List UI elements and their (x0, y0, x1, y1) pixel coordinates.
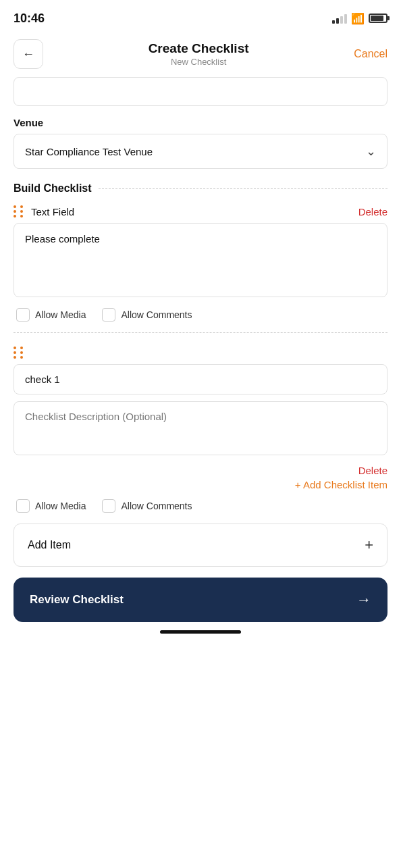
status-time: 10:46 (14, 11, 45, 26)
drag-handle-icon[interactable] (14, 205, 24, 218)
item1-left: Text Field (14, 205, 74, 218)
section-divider (99, 188, 387, 189)
item2-allow-media-checkbox: Allow Media (16, 499, 86, 513)
item1-allow-comments-checkbox: Allow Comments (102, 308, 192, 322)
back-arrow-icon: ← (22, 47, 34, 61)
item1-allow-comments-label: Allow Comments (121, 309, 192, 320)
review-checklist-button[interactable]: Review Checklist → (14, 578, 387, 622)
item2-allow-comments-checkbox: Allow Comments (102, 499, 192, 513)
battery-icon (369, 14, 387, 23)
item2-delete-button[interactable]: Delete (358, 465, 387, 476)
item1-allow-comments-box[interactable] (102, 308, 115, 322)
item1-checkboxes-row: Allow Media Allow Comments (14, 308, 387, 322)
item2-allow-comments-label: Allow Comments (121, 501, 192, 511)
add-item-bar[interactable]: Add Item + (14, 524, 387, 567)
build-checklist-section-header: Build Checklist (14, 182, 387, 195)
signal-icon (332, 13, 347, 24)
bottom-bar (0, 622, 401, 639)
venue-dropdown[interactable]: Star Compliance Test Venue ⌄ (14, 134, 387, 169)
item1-allow-media-checkbox: Allow Media (16, 308, 86, 322)
item2-actions-row: Delete (14, 465, 387, 476)
checklist-item-2: Delete + Add Checklist Item Allow Media … (14, 347, 387, 513)
checklist-name-input[interactable] (14, 77, 387, 106)
review-checklist-label: Review Checklist (30, 593, 124, 607)
checklist-name-field-wrap (14, 77, 387, 106)
arrow-right-icon: → (356, 591, 371, 609)
item2-allow-comments-box[interactable] (102, 499, 115, 513)
page-title: Create Checklist (43, 41, 354, 56)
home-indicator (160, 630, 241, 634)
venue-selected-value: Star Compliance Test Venue (25, 146, 153, 157)
checklist-item-1: Text Field Delete Allow Media Allow Comm… (14, 205, 387, 322)
header-center: Create Checklist New Checklist (43, 41, 354, 67)
status-bar: 10:46 📶 (0, 0, 401, 34)
header: ← Create Checklist New Checklist Cancel (0, 34, 401, 77)
drag-handle-2-icon[interactable] (14, 347, 24, 359)
section-divider-dashed (14, 332, 387, 333)
venue-label: Venue (14, 117, 387, 128)
item2-name-input[interactable] (14, 364, 387, 394)
back-button[interactable]: ← (14, 39, 43, 69)
item1-allow-media-box[interactable] (16, 308, 30, 322)
cancel-button[interactable]: Cancel (354, 48, 387, 60)
item2-allow-media-box[interactable] (16, 499, 30, 513)
item2-left (14, 347, 24, 359)
chevron-down-icon: ⌄ (366, 144, 376, 159)
page-subtitle: New Checklist (43, 57, 354, 67)
item2-description-input[interactable] (14, 401, 387, 455)
item2-checkboxes-row: Allow Media Allow Comments (14, 499, 387, 513)
add-checklist-item-button[interactable]: + Add Checklist Item (295, 479, 387, 490)
item1-text-field[interactable] (14, 223, 387, 297)
main-content: Venue Star Compliance Test Venue ⌄ Build… (0, 77, 401, 622)
item1-allow-media-label: Allow Media (35, 309, 86, 320)
status-icons: 📶 (332, 12, 387, 25)
item1-header-row: Text Field Delete (14, 205, 387, 218)
wifi-icon: 📶 (351, 12, 365, 25)
venue-section: Venue Star Compliance Test Venue ⌄ (14, 117, 387, 169)
section-title: Build Checklist (14, 182, 92, 195)
item1-type-label: Text Field (31, 206, 74, 218)
add-item-label: Add Item (28, 539, 71, 551)
plus-icon: + (365, 536, 373, 554)
item2-header-row (14, 347, 387, 359)
item1-delete-button[interactable]: Delete (358, 206, 387, 218)
item2-allow-media-label: Allow Media (35, 501, 86, 511)
